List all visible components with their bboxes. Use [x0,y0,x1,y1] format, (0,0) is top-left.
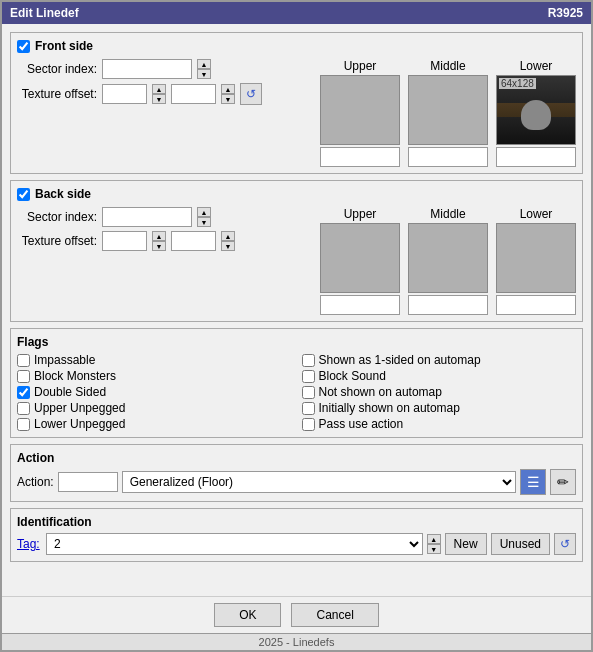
back-side-checkbox[interactable] [17,188,30,201]
action-row: Action: 24722 Generalized (Floor) ☰ ✏ [17,469,576,495]
action-info-btn[interactable]: ☰ [520,469,546,495]
flag-lower-unpegged-checkbox[interactable] [17,418,30,431]
edit-icon: ✏ [557,474,569,490]
front-offset-y-down[interactable]: ▼ [221,94,235,104]
tag-spinner-down[interactable]: ▼ [427,544,441,554]
tag-spinner: ▲ ▼ [427,534,441,554]
flag-impassable-label: Impassable [34,353,95,367]
front-middle-preview[interactable] [408,75,488,145]
flag-upper-unpegged: Upper Unpegged [17,401,292,415]
front-lower-col: Lower 64x128 SW1GOTH [496,59,576,167]
front-lower-texture[interactable]: SW1GOTH [496,147,576,167]
back-offset-y-up[interactable]: ▲ [221,231,235,241]
tag-reset-btn[interactable]: ↺ [554,533,576,555]
flag-double-sided-label: Double Sided [34,385,106,399]
back-upper-preview[interactable] [320,223,400,293]
back-offset-y-spinner: ▲ ▼ [221,231,235,251]
back-lower-texture[interactable]: - [496,295,576,315]
action-select[interactable]: Generalized (Floor) [122,471,516,493]
front-sector-down[interactable]: ▼ [197,69,211,79]
front-middle-texture[interactable]: - [408,147,488,167]
back-offset-y-down[interactable]: ▼ [221,241,235,251]
back-sector-up[interactable]: ▲ [197,207,211,217]
tag-select[interactable]: 2 [46,533,423,555]
front-sector-up[interactable]: ▲ [197,59,211,69]
flags-section: Flags Impassable Shown as 1-sided on aut… [10,328,583,438]
front-offset-reset[interactable]: ↺ [240,83,262,105]
flag-block-sound-checkbox[interactable] [302,370,315,383]
flag-pass-use: Pass use action [302,417,577,431]
front-sector-input[interactable]: 168 [102,59,192,79]
window: Edit Linedef R3925 Front side Sector ind… [0,0,593,652]
tag-link[interactable]: Tag: [17,537,42,551]
front-offset-y-spinner: ▲ ▼ [221,84,235,104]
front-lower-preview[interactable]: 64x128 [496,75,576,145]
back-middle-preview[interactable] [408,223,488,293]
identification-section: Identification Tag: 2 ▲ ▼ New Unused ↺ [10,508,583,562]
action-number-input[interactable]: 24722 [58,472,118,492]
tag-spinner-up[interactable]: ▲ [427,534,441,544]
unused-tag-button[interactable]: Unused [491,533,550,555]
back-lower-col: Lower - [496,207,576,315]
action-label: Action: [17,475,54,489]
back-offset-x-spinner: ▲ ▼ [152,231,166,251]
flag-shown-1sided-checkbox[interactable] [302,354,315,367]
back-offset-x-down[interactable]: ▼ [152,241,166,251]
flag-initially-shown-checkbox[interactable] [302,402,315,415]
flag-block-monsters-label: Block Monsters [34,369,116,383]
flag-not-shown-label: Not shown on automap [319,385,442,399]
front-side-header: Front side [17,39,576,53]
flag-not-shown-checkbox[interactable] [302,386,315,399]
front-offset-y[interactable]: 64 [171,84,216,104]
new-tag-button[interactable]: New [445,533,487,555]
info-icon: ☰ [527,474,540,490]
ident-title: Identification [17,515,576,529]
status-text: 2025 - Linedefs [259,636,335,648]
flag-upper-unpegged-checkbox[interactable] [17,402,30,415]
flag-double-sided-checkbox[interactable] [17,386,30,399]
back-side-body: Sector index: 229 ▲ ▼ Texture offset: 0 … [17,207,576,315]
front-offset-y-up[interactable]: ▲ [221,84,235,94]
front-upper-texture[interactable]: - [320,147,400,167]
front-side-left: Sector index: 168 ▲ ▼ Texture offset: 0 … [17,59,308,167]
flag-block-sound: Block Sound [302,369,577,383]
back-side-section: Back side Sector index: 229 ▲ ▼ Texture … [10,180,583,322]
flag-double-sided: Double Sided [17,385,292,399]
ident-row: Tag: 2 ▲ ▼ New Unused ↺ [17,533,576,555]
front-offset-x-down[interactable]: ▼ [152,94,166,104]
front-offset-x[interactable]: 0 [102,84,147,104]
back-side-header: Back side [17,187,576,201]
front-upper-label: Upper [344,59,377,73]
ok-button[interactable]: OK [214,603,281,627]
front-upper-preview[interactable] [320,75,400,145]
back-upper-texture[interactable]: - [320,295,400,315]
front-side-checkbox[interactable] [17,40,30,53]
flag-block-sound-label: Block Sound [319,369,386,383]
action-section: Action Action: 24722 Generalized (Floor)… [10,444,583,502]
back-lower-preview[interactable] [496,223,576,293]
cancel-button[interactable]: Cancel [291,603,378,627]
flag-shown-1sided: Shown as 1-sided on automap [302,353,577,367]
front-offset-row: Texture offset: 0 ▲ ▼ 64 ▲ ▼ ↺ [17,83,308,105]
bottom-bar: OK Cancel [2,596,591,633]
back-textures-area: Upper - Middle - Lower - [320,207,576,315]
back-middle-texture[interactable]: - [408,295,488,315]
flag-block-monsters-checkbox[interactable] [17,370,30,383]
back-offset-y[interactable]: 0 [171,231,216,251]
back-offset-x-up[interactable]: ▲ [152,231,166,241]
corner-label: R3925 [548,6,583,20]
back-middle-label: Middle [430,207,465,221]
flag-impassable-checkbox[interactable] [17,354,30,367]
flags-grid: Impassable Shown as 1-sided on automap B… [17,353,576,431]
action-edit-btn[interactable]: ✏ [550,469,576,495]
front-offset-x-spinner: ▲ ▼ [152,84,166,104]
back-offset-label: Texture offset: [17,234,97,248]
front-offset-x-up[interactable]: ▲ [152,84,166,94]
back-offset-x[interactable]: 0 [102,231,147,251]
flag-lower-unpegged: Lower Unpegged [17,417,292,431]
flag-pass-use-checkbox[interactable] [302,418,315,431]
back-sector-input[interactable]: 229 [102,207,192,227]
flag-shown-1sided-label: Shown as 1-sided on automap [319,353,481,367]
back-sector-down[interactable]: ▼ [197,217,211,227]
status-bar: 2025 - Linedefs [2,633,591,650]
